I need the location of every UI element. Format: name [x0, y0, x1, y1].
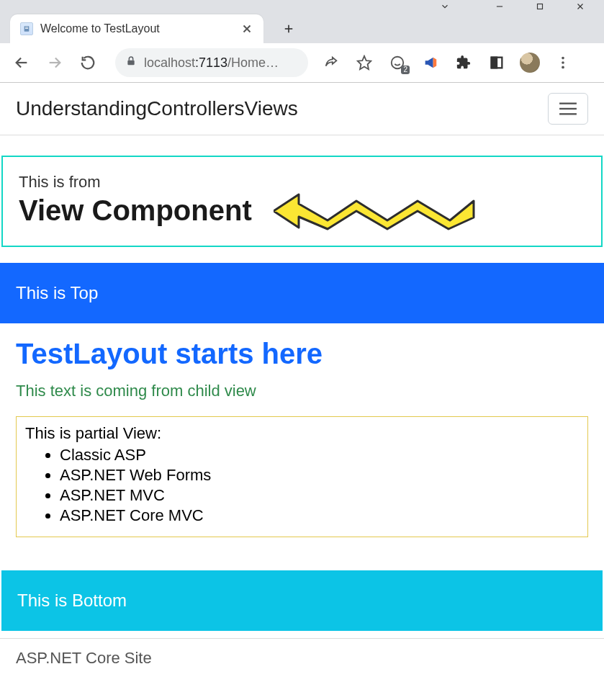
svg-rect-1	[538, 4, 543, 9]
maximize-button[interactable]	[535, 1, 545, 12]
svg-rect-5	[25, 27, 28, 28]
svg-rect-6	[25, 28, 28, 29]
page-content: UnderstandingControllersViews This is fr…	[0, 83, 604, 668]
titlebar	[0, 0, 604, 13]
list-item: Classic ASP	[60, 446, 579, 465]
main-content: TestLayout starts here This text is comi…	[0, 323, 604, 546]
partial-view-box: This is partial View: Classic ASP ASP.NE…	[16, 416, 588, 537]
list-item: ASP.NET MVC	[60, 486, 579, 505]
share-icon[interactable]	[321, 53, 341, 73]
navbar-toggle-button[interactable]	[548, 93, 588, 125]
top-section-text: This is Top	[16, 283, 98, 302]
chevron-down-icon[interactable]	[440, 1, 450, 12]
svg-marker-14	[358, 56, 371, 69]
tab-strip: Welcome to TestLayout	[0, 13, 604, 43]
list-item: ASP.NET Web Forms	[60, 466, 579, 485]
extension-icon-1[interactable]: 2	[387, 53, 407, 73]
view-component-card: This is from View Component	[1, 156, 603, 247]
child-view-text: This text is coming from child view	[16, 382, 588, 400]
browser-chrome: Welcome to TestLayout localhost:7113/Hom…	[0, 0, 604, 83]
svg-point-18	[562, 57, 564, 60]
partial-view-list: Classic ASP ASP.NET Web Forms ASP.NET MV…	[60, 446, 579, 525]
navbar-brand[interactable]: UnderstandingControllersViews	[16, 97, 298, 120]
profile-avatar[interactable]	[520, 53, 540, 73]
partial-view-label: This is partial View:	[25, 424, 579, 443]
url-input[interactable]: localhost:7113/Home…	[115, 48, 308, 77]
site-navbar: UnderstandingControllersViews	[0, 83, 604, 135]
footer: ASP.NET Core Site	[0, 638, 604, 668]
reload-button[interactable]	[73, 48, 102, 77]
favicon-icon	[20, 22, 33, 35]
svg-rect-13	[127, 60, 134, 65]
close-window-button[interactable]	[575, 1, 585, 12]
list-item: ASP.NET Core MVC	[60, 506, 579, 525]
extensions-puzzle-icon[interactable]	[454, 53, 474, 73]
url-text: localhost:7113/Home…	[144, 55, 279, 71]
forward-button[interactable]	[40, 48, 69, 77]
address-bar: localhost:7113/Home… 2	[0, 43, 604, 82]
svg-rect-17	[492, 58, 497, 68]
footer-text: ASP.NET Core Site	[16, 649, 152, 667]
tab-title: Welcome to TestLayout	[40, 22, 240, 35]
browser-tab[interactable]: Welcome to TestLayout	[10, 14, 263, 43]
megaphone-icon[interactable]	[420, 53, 441, 73]
extension-badge: 2	[401, 66, 410, 74]
lock-icon	[125, 55, 137, 71]
bottom-section: This is Bottom	[1, 570, 603, 631]
panel-icon[interactable]	[487, 53, 507, 73]
back-button[interactable]	[7, 48, 36, 77]
svg-point-20	[562, 66, 564, 69]
new-tab-button[interactable]	[276, 17, 301, 41]
close-tab-icon[interactable]	[240, 22, 253, 35]
view-component-subtitle: This is from	[19, 173, 585, 192]
page-heading: TestLayout starts here	[16, 338, 588, 370]
minimize-button[interactable]	[495, 1, 505, 12]
top-section: This is Top	[0, 263, 604, 323]
bookmark-star-icon[interactable]	[354, 53, 374, 73]
svg-point-19	[562, 61, 564, 64]
zigzag-arrow-icon	[274, 190, 475, 232]
bottom-section-text: This is Bottom	[17, 591, 127, 610]
kebab-menu-icon[interactable]	[553, 53, 573, 73]
